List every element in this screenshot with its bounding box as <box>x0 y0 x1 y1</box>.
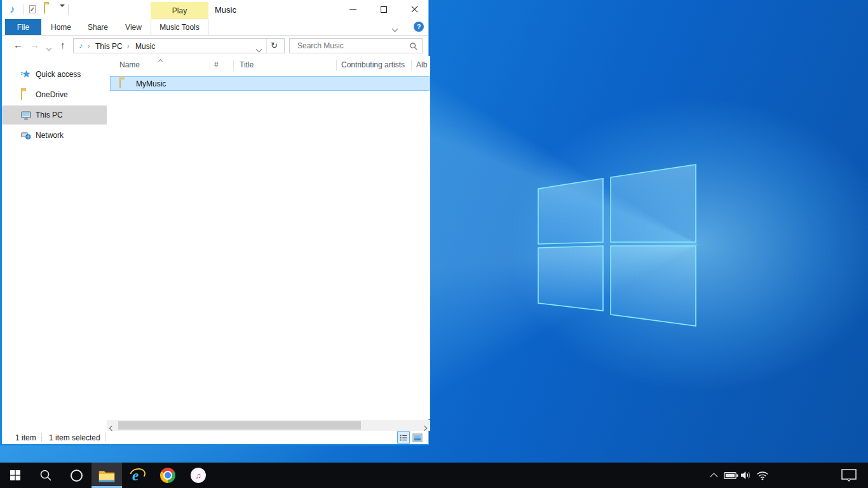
large-icons-view-button[interactable] <box>411 431 424 444</box>
sidebar-item-label: OneDrive <box>36 90 68 99</box>
tab-share[interactable]: Share <box>82 19 114 35</box>
navigation-pane: Quick access OneDrive This PC <box>2 56 107 419</box>
address-breadcrumb-bar[interactable]: ♪ › This PC › Music ↻ <box>73 38 285 53</box>
column-header-number[interactable]: # <box>214 57 219 72</box>
up-button[interactable]: ↑ <box>60 39 65 51</box>
battery-icon <box>724 471 738 480</box>
app-music-note-icon: ♪ <box>10 3 15 16</box>
refresh-button[interactable]: ↻ <box>271 41 278 50</box>
search-box <box>289 38 423 53</box>
itunes-icon: ♫ <box>191 468 206 483</box>
chevron-down-icon <box>46 46 51 51</box>
sidebar-item-network[interactable]: Network <box>2 126 107 145</box>
taskbar-internet-explorer-button[interactable]: e <box>122 463 153 488</box>
network-pc-icon <box>21 130 31 140</box>
breadcrumb-music[interactable]: Music <box>135 42 155 51</box>
column-header-contributing-artists[interactable]: Contributing artists <box>341 57 405 72</box>
minimize-button[interactable] <box>339 0 367 18</box>
sidebar-item-label: This PC <box>36 111 63 119</box>
search-input[interactable] <box>291 39 410 52</box>
contextual-tab-play[interactable]: Play <box>151 2 208 19</box>
taskbar-search-button[interactable] <box>31 463 61 488</box>
address-dropdown-button[interactable] <box>257 44 261 53</box>
column-resize-handle[interactable] <box>411 60 412 71</box>
quick-access-star-icon <box>21 69 31 79</box>
sidebar-item-this-pc[interactable]: This PC <box>2 105 107 125</box>
back-button[interactable]: ← <box>13 39 23 51</box>
column-header-name[interactable]: Name <box>119 57 140 72</box>
column-header-title[interactable]: Title <box>240 57 254 72</box>
tab-view[interactable]: View <box>118 19 149 35</box>
scrollbar-thumb[interactable] <box>118 421 361 430</box>
chevron-right-icon <box>422 426 427 431</box>
properties-check-icon: ✓ <box>29 5 36 13</box>
tab-file[interactable]: File <box>5 19 41 35</box>
wifi-icon <box>756 471 769 480</box>
tab-home[interactable]: Home <box>45 19 77 35</box>
close-button[interactable] <box>400 0 428 18</box>
help-button[interactable]: ? <box>414 22 424 32</box>
column-resize-handle[interactable] <box>336 60 337 71</box>
sidebar-item-onedrive[interactable]: OneDrive <box>2 85 107 104</box>
chevron-down-icon <box>256 46 262 53</box>
sidebar-item-quick-access[interactable]: Quick access <box>2 65 107 84</box>
new-folder-icon <box>44 4 45 14</box>
action-center-button[interactable] <box>836 463 862 488</box>
details-view-button[interactable] <box>397 431 410 444</box>
column-resize-handle[interactable] <box>210 60 210 71</box>
horizontal-scrollbar[interactable] <box>107 420 430 431</box>
volume-tray-button[interactable] <box>737 463 755 488</box>
column-header-album[interactable]: Alb <box>416 57 427 72</box>
item-count: 1 item <box>15 433 36 442</box>
taskbar-file-explorer-button[interactable] <box>92 463 122 488</box>
file-explorer-icon <box>98 469 115 482</box>
toolbar-separator <box>68 4 69 15</box>
taskbar: e ♫ <box>0 463 868 488</box>
new-folder-button[interactable] <box>44 4 54 15</box>
file-row-label: MyMusic <box>136 79 166 88</box>
customize-dropdown-icon <box>60 4 65 16</box>
file-list-pane: Name # Title Contributing artists Alb My… <box>107 56 430 419</box>
properties-button[interactable]: ✓ <box>29 4 39 15</box>
cortana-button[interactable] <box>61 463 92 488</box>
onedrive-folder-icon <box>21 91 31 101</box>
tab-music-tools[interactable]: Music Tools <box>151 19 208 35</box>
window-title: Music <box>215 5 236 15</box>
start-button[interactable] <box>0 463 31 488</box>
sort-ascending-icon <box>159 56 162 65</box>
file-row-mymusic[interactable]: MyMusic <box>110 76 430 91</box>
column-resize-handle[interactable] <box>233 60 234 71</box>
wifi-tray-button[interactable] <box>754 463 771 488</box>
address-separator <box>266 39 267 53</box>
sidebar-item-label: Quick access <box>36 70 81 79</box>
search-icon <box>409 42 418 51</box>
search-icon <box>39 469 52 482</box>
address-bar-row: ← → ↑ ♪ › This PC › Music ↻ <box>2 36 428 57</box>
this-pc-monitor-icon <box>21 110 31 120</box>
ribbon-tab-row: File Home Share View Music Tools ? <box>2 19 428 36</box>
show-hidden-icons-button[interactable] <box>705 463 722 488</box>
thumbnail-view-icon <box>412 433 423 442</box>
minimize-icon <box>349 9 356 10</box>
close-icon <box>410 5 419 13</box>
chrome-icon <box>160 468 175 483</box>
customize-quick-access-button[interactable] <box>59 7 65 16</box>
title-bar[interactable]: ♪ ✓ Play Music <box>2 0 428 19</box>
taskbar-chrome-button[interactable] <box>153 463 183 488</box>
volume-icon <box>740 470 752 480</box>
recent-locations-button[interactable] <box>47 43 51 52</box>
windows-logo-wallpaper <box>537 161 697 330</box>
breadcrumb-this-pc[interactable]: This PC <box>95 42 123 51</box>
maximize-button[interactable] <box>370 0 398 18</box>
forward-button[interactable]: → <box>30 39 39 51</box>
toolbar-separator <box>24 4 24 15</box>
status-bar: 1 item 1 item selected <box>2 431 428 444</box>
status-separator <box>41 433 42 442</box>
maximize-icon <box>381 6 387 13</box>
desktop-screen: ♪ ✓ Play Music File <box>0 0 868 488</box>
breadcrumb-chevron: › <box>127 42 130 50</box>
taskbar-itunes-button[interactable]: ♫ <box>183 463 214 488</box>
chevron-down-icon <box>392 26 398 32</box>
folder-icon <box>119 79 121 88</box>
collapse-ribbon-button[interactable] <box>393 24 397 33</box>
